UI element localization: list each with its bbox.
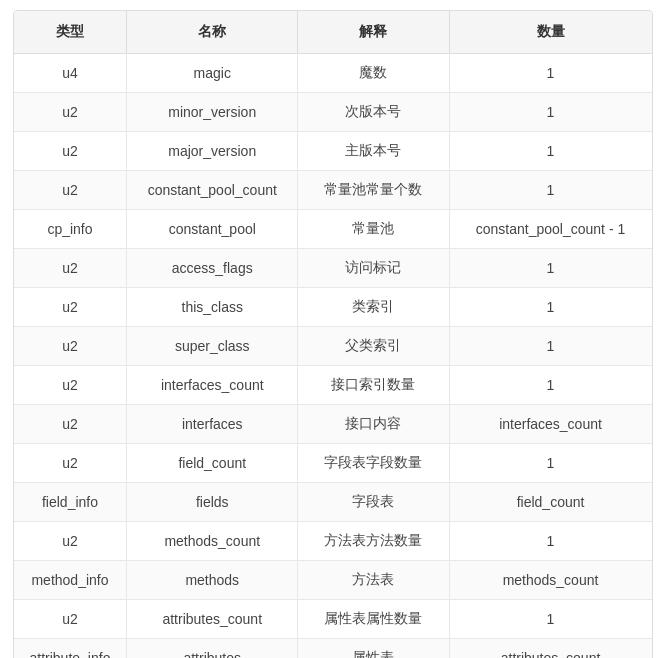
table-row: method_infomethods方法表methods_count <box>14 561 652 600</box>
cell-count: 1 <box>449 171 651 210</box>
cell-name: super_class <box>127 327 298 366</box>
cell-desc: 父类索引 <box>298 327 450 366</box>
cell-type: u2 <box>14 93 127 132</box>
cell-type: u2 <box>14 366 127 405</box>
header-desc: 解释 <box>298 11 450 54</box>
cell-name: attributes <box>127 639 298 659</box>
cell-type: u2 <box>14 132 127 171</box>
table-row: u4magic魔数1 <box>14 54 652 93</box>
cell-name: constant_pool_count <box>127 171 298 210</box>
table-row: u2this_class类索引1 <box>14 288 652 327</box>
table-row: u2field_count字段表字段数量1 <box>14 444 652 483</box>
cell-desc: 类索引 <box>298 288 450 327</box>
cell-count: attributes_count <box>449 639 651 659</box>
cell-count: 1 <box>449 327 651 366</box>
cell-desc: 魔数 <box>298 54 450 93</box>
cell-type: cp_info <box>14 210 127 249</box>
cell-name: fields <box>127 483 298 522</box>
cell-desc: 接口索引数量 <box>298 366 450 405</box>
cell-count: field_count <box>449 483 651 522</box>
cell-name: interfaces <box>127 405 298 444</box>
cell-desc: 方法表方法数量 <box>298 522 450 561</box>
header-name: 名称 <box>127 11 298 54</box>
cell-desc: 方法表 <box>298 561 450 600</box>
cell-desc: 次版本号 <box>298 93 450 132</box>
cell-desc: 访问标记 <box>298 249 450 288</box>
header-type: 类型 <box>14 11 127 54</box>
table-row: cp_infoconstant_pool常量池constant_pool_cou… <box>14 210 652 249</box>
table-row: u2super_class父类索引1 <box>14 327 652 366</box>
cell-desc: 字段表字段数量 <box>298 444 450 483</box>
cell-count: 1 <box>449 366 651 405</box>
cell-count: 1 <box>449 132 651 171</box>
table-row: u2methods_count方法表方法数量1 <box>14 522 652 561</box>
cell-desc: 主版本号 <box>298 132 450 171</box>
cell-count: 1 <box>449 288 651 327</box>
cell-name: interfaces_count <box>127 366 298 405</box>
cell-name: magic <box>127 54 298 93</box>
table-row: field_infofields字段表field_count <box>14 483 652 522</box>
cell-count: methods_count <box>449 561 651 600</box>
cell-type: u2 <box>14 522 127 561</box>
cell-name: methods <box>127 561 298 600</box>
cell-type: u2 <box>14 444 127 483</box>
cell-type: attribute_info <box>14 639 127 659</box>
cell-type: u2 <box>14 288 127 327</box>
cell-name: constant_pool <box>127 210 298 249</box>
table-row: u2access_flags访问标记1 <box>14 249 652 288</box>
cell-count: 1 <box>449 93 651 132</box>
cell-desc: 常量池常量个数 <box>298 171 450 210</box>
table-row: attribute_infoattributes属性表attributes_co… <box>14 639 652 659</box>
cell-desc: 常量池 <box>298 210 450 249</box>
data-table: 类型 名称 解释 数量 u4magic魔数1u2minor_version次版本… <box>14 11 652 658</box>
cell-desc: 字段表 <box>298 483 450 522</box>
cell-type: field_info <box>14 483 127 522</box>
header-count: 数量 <box>449 11 651 54</box>
cell-name: field_count <box>127 444 298 483</box>
table-row: u2interfaces_count接口索引数量1 <box>14 366 652 405</box>
cell-type: u4 <box>14 54 127 93</box>
table-row: u2interfaces接口内容interfaces_count <box>14 405 652 444</box>
cell-name: minor_version <box>127 93 298 132</box>
cell-desc: 属性表 <box>298 639 450 659</box>
cell-count: constant_pool_count - 1 <box>449 210 651 249</box>
cell-count: 1 <box>449 249 651 288</box>
cell-count: 1 <box>449 54 651 93</box>
cell-type: u2 <box>14 171 127 210</box>
cell-type: method_info <box>14 561 127 600</box>
cell-count: interfaces_count <box>449 405 651 444</box>
cell-type: u2 <box>14 327 127 366</box>
cell-name: methods_count <box>127 522 298 561</box>
cell-type: u2 <box>14 405 127 444</box>
table-row: u2constant_pool_count常量池常量个数1 <box>14 171 652 210</box>
table-header-row: 类型 名称 解释 数量 <box>14 11 652 54</box>
table-row: u2attributes_count属性表属性数量1 <box>14 600 652 639</box>
cell-desc: 接口内容 <box>298 405 450 444</box>
cell-name: this_class <box>127 288 298 327</box>
table-row: u2minor_version次版本号1 <box>14 93 652 132</box>
cell-name: attributes_count <box>127 600 298 639</box>
cell-type: u2 <box>14 600 127 639</box>
cell-desc: 属性表属性数量 <box>298 600 450 639</box>
cell-count: 1 <box>449 444 651 483</box>
cell-count: 1 <box>449 522 651 561</box>
cell-type: u2 <box>14 249 127 288</box>
main-table-container: 类型 名称 解释 数量 u4magic魔数1u2minor_version次版本… <box>13 10 653 658</box>
cell-name: major_version <box>127 132 298 171</box>
table-row: u2major_version主版本号1 <box>14 132 652 171</box>
cell-count: 1 <box>449 600 651 639</box>
cell-name: access_flags <box>127 249 298 288</box>
